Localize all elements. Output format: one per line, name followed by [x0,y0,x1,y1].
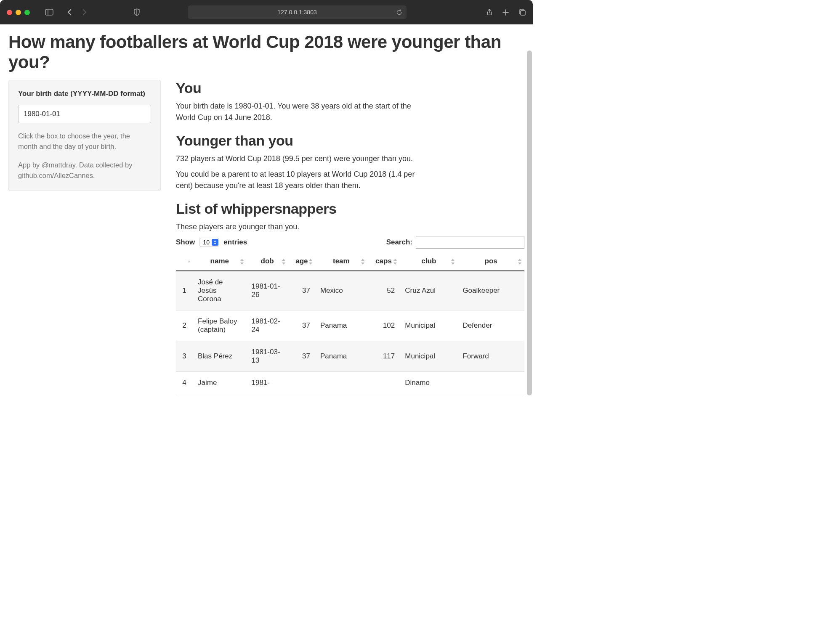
show-label: Show [176,238,195,247]
svg-marker-8 [240,259,244,261]
cell-name: Felipe Baloy (captain) [193,310,247,341]
back-button[interactable] [64,6,75,18]
svg-marker-17 [393,262,397,265]
cell-age: 37 [288,271,315,310]
col-age[interactable]: age [288,253,315,271]
table-controls: Show 10 entries Search: [176,236,524,249]
new-tab-icon[interactable] [502,8,509,16]
col-team[interactable]: team [315,253,367,271]
cell-team: Panama [315,341,367,372]
table-row: 4 Jaime 1981- Dinamo [176,372,524,394]
cell-age: 37 [288,341,315,372]
players-table: ◦ name dob age team caps club pos 1 José… [176,253,524,394]
birthdate-input[interactable] [18,105,151,123]
reload-icon[interactable] [396,9,402,16]
table-header-row: ◦ name dob age team caps club pos [176,253,524,271]
page-content: How many footballers at World Cup 2018 w… [0,24,533,400]
privacy-shield-icon[interactable] [133,8,140,16]
browser-chrome: 127.0.0.1:3803 [0,0,533,24]
main-column: You Your birth date is 1980-01-01. You w… [176,80,524,394]
col-caps[interactable]: caps [367,253,400,271]
minimize-window-icon[interactable] [16,10,21,15]
you-heading: You [176,80,524,96]
svg-marker-13 [309,262,312,265]
younger-text-2: You could be a parent to at least 10 pla… [176,169,424,191]
svg-marker-11 [282,262,285,265]
page-title: How many footballers at World Cup 2018 w… [8,32,524,72]
cell-dob: 1981-01-26 [247,271,288,310]
cell-caps [367,372,400,394]
forward-button [79,6,90,18]
cell-caps: 117 [367,341,400,372]
tabs-overview-icon[interactable] [518,8,526,16]
address-bar[interactable]: 127.0.0.1:3803 [188,5,407,19]
cell-pos: Forward [457,341,524,372]
cell-idx: 2 [176,310,193,341]
sort-icon: ◦ [188,257,190,266]
url-text: 127.0.0.1:3803 [277,9,316,16]
cell-age: 37 [288,310,315,341]
svg-marker-10 [282,259,285,261]
col-name[interactable]: name [193,253,247,271]
svg-rect-0 [45,9,53,15]
cell-pos: Defender [457,310,524,341]
svg-marker-15 [361,262,364,265]
svg-marker-16 [393,259,397,261]
sidebar-toggle-icon[interactable] [45,9,53,16]
col-club[interactable]: club [400,253,457,271]
share-icon[interactable] [486,8,493,16]
you-text: Your birth date is 1980-01-01. You were … [176,101,424,123]
svg-marker-21 [518,262,521,265]
table-row: 2 Felipe Baloy (captain) 1981-02-24 37 P… [176,310,524,341]
svg-rect-5 [521,11,525,15]
cell-dob: 1981-02-24 [247,310,288,341]
sort-icon [282,259,286,265]
sort-icon [240,259,244,265]
svg-marker-14 [361,259,364,261]
svg-marker-12 [309,259,312,261]
sidebar-credit: App by @mattdray. Data collected by gith… [18,160,151,181]
cell-idx: 4 [176,372,193,394]
sidebar-hint: Click the box to choose the year, the mo… [18,131,151,152]
svg-marker-19 [451,262,455,265]
svg-marker-18 [451,259,455,261]
cell-name: Jaime [193,372,247,394]
cell-pos: Goalkeeper [457,271,524,310]
cell-name: José de Jesús Corona [193,271,247,310]
younger-text-1: 732 players at World Cup 2018 (99.5 per … [176,153,424,164]
sidebar-panel: Your birth date (YYYY-MM-DD format) Clic… [8,80,161,191]
col-dob[interactable]: dob [247,253,288,271]
window-controls [7,10,30,15]
birthdate-label: Your birth date (YYYY-MM-DD format) [18,89,151,99]
cell-caps: 52 [367,271,400,310]
col-pos[interactable]: pos [457,253,524,271]
cell-caps: 102 [367,310,400,341]
svg-marker-6 [214,241,216,242]
search-input[interactable] [416,236,524,249]
cell-idx: 3 [176,341,193,372]
younger-heading: Younger than you [176,133,524,149]
sort-icon [518,259,522,265]
col-index[interactable]: ◦ [176,253,193,271]
cell-club: Cruz Azul [400,271,457,310]
cell-dob: 1981-03-13 [247,341,288,372]
sort-icon [393,259,397,265]
sort-icon [451,259,455,265]
cell-team: Mexico [315,271,367,310]
scrollbar-thumb[interactable] [527,50,532,395]
cell-team [315,372,367,394]
maximize-window-icon[interactable] [24,10,30,15]
select-caret-icon [212,239,218,246]
sort-icon [308,259,313,265]
table-row: 3 Blas Pérez 1981-03-13 37 Panama 117 Mu… [176,341,524,372]
svg-marker-7 [214,243,216,244]
cell-club: Dinamo [400,372,457,394]
cell-team: Panama [315,310,367,341]
list-text: These players are younger than you. [176,221,424,233]
cell-idx: 1 [176,271,193,310]
cell-name: Blas Pérez [193,341,247,372]
close-window-icon[interactable] [7,10,12,15]
table-row: 1 José de Jesús Corona 1981-01-26 37 Mex… [176,271,524,310]
sort-icon [361,259,365,265]
svg-marker-9 [240,262,244,265]
